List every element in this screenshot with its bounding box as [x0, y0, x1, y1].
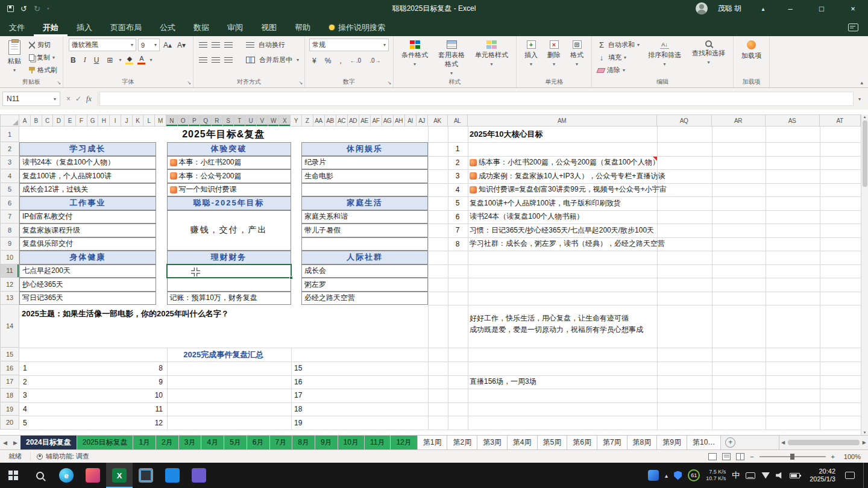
- column-header-p[interactable]: P: [189, 114, 200, 127]
- network-speed-monitor[interactable]: 7.5 K/s 10.7 K/s: [706, 469, 726, 482]
- accessibility-status[interactable]: 辅助功能: 调查: [30, 452, 95, 461]
- column-header-o[interactable]: O: [178, 114, 189, 127]
- cell-left-r10[interactable]: 身体健康: [19, 251, 156, 264]
- sort-filter-button[interactable]: A↓ 排序和筛选 ▾: [644, 39, 685, 78]
- italic-button[interactable]: I: [82, 55, 88, 64]
- cell-styles-button[interactable]: 单元格样式 ▾: [471, 39, 512, 78]
- row-header-19[interactable]: 19: [0, 402, 19, 416]
- taskbar-excel-icon[interactable]: X: [106, 463, 133, 488]
- row-header-7[interactable]: 7: [0, 210, 19, 224]
- sheet-nav-right-icon[interactable]: ▶: [10, 440, 20, 446]
- tray-expand-icon[interactable]: ▴: [665, 472, 668, 479]
- sheet-tab-13[interactable]: 11月: [365, 436, 391, 449]
- ribbon-tab-6[interactable]: 数据: [184, 19, 218, 36]
- input-method-indicator[interactable]: 中: [732, 470, 740, 481]
- sheet-tab-18[interactable]: 第4周: [508, 436, 538, 449]
- column-header-s[interactable]: S: [223, 114, 234, 127]
- zoom-slider-handle[interactable]: [790, 454, 794, 460]
- row-header-11[interactable]: 11: [0, 264, 19, 278]
- sheet-tab-12[interactable]: 10月: [338, 436, 365, 449]
- column-header-x[interactable]: X: [279, 114, 291, 127]
- column-header-af[interactable]: AF: [371, 114, 382, 127]
- sheet-tab-17[interactable]: 第3周: [477, 436, 508, 449]
- sheet-tab-11[interactable]: 9月: [315, 436, 338, 449]
- column-header-ak[interactable]: AK: [428, 114, 448, 127]
- format-painter-button[interactable]: 格式刷: [28, 64, 58, 77]
- formula-input[interactable]: [99, 92, 854, 106]
- cell-right-r7[interactable]: 家庭关系和谐: [301, 210, 428, 224]
- find-select-button[interactable]: 查找和选择 ▾: [688, 39, 729, 78]
- copy-button[interactable]: 复制▾: [28, 51, 58, 64]
- sheet-tab-9[interactable]: 7月: [270, 436, 293, 449]
- maximize-button[interactable]: □: [809, 0, 834, 17]
- cell-right-r10[interactable]: 人际社群: [301, 251, 428, 264]
- cell-mid-r7[interactable]: 赚钱，交付，产出: [167, 210, 291, 251]
- row-header-6[interactable]: 6: [0, 196, 19, 210]
- paste-button[interactable]: 粘贴 ▾: [4, 39, 25, 77]
- column-header-at[interactable]: AT: [820, 114, 861, 127]
- keyboard-icon[interactable]: [746, 472, 755, 479]
- percent-style-button[interactable]: %: [323, 57, 333, 65]
- taskbar-edge-icon[interactable]: e: [53, 463, 80, 488]
- cell-right-r4[interactable]: 生命电影: [301, 169, 428, 183]
- fill-color-button[interactable]: ◆: [125, 55, 133, 64]
- taskbar-start-button[interactable]: [0, 463, 27, 488]
- taskbar-monitor-icon[interactable]: [133, 463, 159, 488]
- cell-mid-r6[interactable]: 聪聪-2025年目标: [167, 196, 291, 210]
- taskbar-clock[interactable]: 20:42 2025/1/3: [806, 468, 839, 483]
- align-bottom-icon[interactable]: [224, 42, 233, 48]
- row-header-4[interactable]: 4: [0, 169, 19, 183]
- fill-button[interactable]: ↓填充▾: [596, 51, 641, 64]
- column-header-d[interactable]: D: [53, 114, 64, 127]
- cell-right-r3[interactable]: 纪录片: [301, 156, 428, 170]
- battery-icon[interactable]: [790, 473, 800, 478]
- cell-left-r12[interactable]: 抄心经365天: [19, 278, 156, 292]
- column-header-ae[interactable]: AE: [359, 114, 371, 127]
- tray-app-icon[interactable]: [648, 470, 659, 481]
- bold-button[interactable]: B: [69, 56, 78, 64]
- column-header-k[interactable]: K: [133, 114, 144, 127]
- cut-button[interactable]: 剪切: [28, 39, 58, 51]
- ribbon-tab-1[interactable]: 文件: [0, 19, 34, 36]
- align-right-icon[interactable]: [224, 57, 233, 63]
- cell-left-r7[interactable]: IP创富私教交付: [19, 210, 156, 224]
- sheet-tab-24[interactable]: 第10…: [687, 436, 721, 449]
- undo-icon[interactable]: ↺: [20, 4, 27, 13]
- row-header-10[interactable]: 10: [0, 251, 19, 264]
- cell-right-r12[interactable]: 粥左罗: [301, 278, 428, 292]
- sheet-tab-22[interactable]: 第8周: [627, 436, 658, 449]
- row-header-15[interactable]: 15: [0, 348, 19, 361]
- font-color-button[interactable]: A: [137, 55, 145, 64]
- column-header-n[interactable]: N: [166, 114, 178, 127]
- cell-left-r3[interactable]: 读书24本（复盘100个人物）: [19, 156, 156, 170]
- conditional-formatting-button[interactable]: 条件格式 ▾: [398, 39, 432, 78]
- cell-right-r9[interactable]: [301, 237, 428, 251]
- new-sheet-button[interactable]: +: [725, 437, 735, 448]
- taskbar-photos-icon[interactable]: [80, 463, 106, 488]
- dialog-launcher-icon[interactable]: ↘: [57, 80, 61, 86]
- taskbar-charts-icon[interactable]: [159, 463, 186, 488]
- scroll-right-icon[interactable]: ▶: [861, 440, 868, 445]
- clear-button[interactable]: 清除▾: [596, 64, 641, 77]
- horizontal-scroll-thumb[interactable]: [788, 440, 860, 445]
- column-header-e[interactable]: E: [64, 114, 76, 127]
- zoom-level[interactable]: 100%: [840, 453, 861, 460]
- zoom-out-button[interactable]: −: [750, 453, 753, 460]
- cell-right-r2[interactable]: 休闲娱乐: [301, 142, 428, 156]
- currency-format-button[interactable]: ¥: [310, 57, 318, 65]
- scroll-left-icon[interactable]: ◀: [779, 440, 787, 445]
- comments-icon[interactable]: [848, 23, 858, 31]
- cell-mid-r10[interactable]: 理财财务: [167, 251, 291, 264]
- row-header-20[interactable]: 20: [0, 416, 19, 430]
- column-header-z[interactable]: Z: [302, 114, 313, 127]
- sheet-tab-2[interactable]: 2025目标复盘: [77, 436, 134, 449]
- column-header-i[interactable]: I: [110, 114, 121, 127]
- cell-mid-r4[interactable]: 本事：公众号200篇: [167, 169, 291, 183]
- cell-left-r4[interactable]: 复盘100讲，个人品牌100讲: [19, 169, 156, 183]
- sheet-tab-8[interactable]: 6月: [247, 436, 270, 449]
- security-score-badge[interactable]: 61: [688, 469, 700, 481]
- show-desktop-button[interactable]: [863, 463, 866, 488]
- cell-mid-r3[interactable]: 本事：小红书200篇: [167, 156, 291, 170]
- sheet-tab-1[interactable]: 2024目标复盘: [20, 436, 77, 449]
- column-header-g[interactable]: G: [87, 114, 99, 127]
